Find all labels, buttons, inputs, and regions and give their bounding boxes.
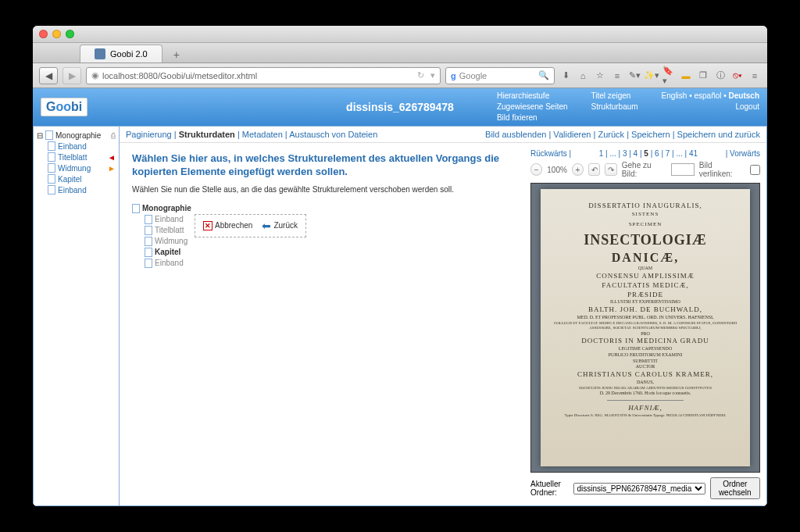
- flag-icon: ►: [108, 164, 116, 173]
- tree-item-selected[interactable]: Kapitel: [132, 247, 191, 258]
- home-icon[interactable]: ⌂: [577, 70, 589, 82]
- tree-item[interactable]: Titelblatt: [132, 225, 191, 236]
- search-input[interactable]: g Google 🔍: [445, 67, 555, 84]
- header-link[interactable]: Bild fixieren: [497, 113, 538, 122]
- tree-item[interactable]: Titelblatt◄: [48, 152, 116, 162]
- page-icon: [145, 226, 152, 235]
- globe-icon: ◉: [91, 70, 99, 80]
- pager-pages[interactable]: 1 | ... | 3 | 4 | 5 | 6 | 7 | ... | 41: [599, 149, 698, 158]
- new-tab-button[interactable]: +: [169, 47, 184, 62]
- google-icon: g: [451, 71, 456, 80]
- page-icon: [145, 237, 152, 246]
- abort-button[interactable]: ✕Abbrechen: [203, 221, 252, 230]
- app-header: Goobi dissinsis_626789478 Hierarchiestuf…: [33, 88, 767, 126]
- page-icon: [48, 163, 55, 173]
- block-icon[interactable]: ⦸▾: [731, 70, 744, 82]
- zoom-in-icon[interactable]: +: [572, 163, 584, 176]
- download-icon[interactable]: ⬇: [559, 70, 572, 82]
- panel-heading: Wählen Sie hier aus, in welches Struktur…: [132, 152, 512, 179]
- tree-item[interactable]: Kapitel: [48, 173, 116, 184]
- zoom-level: 100%: [547, 166, 567, 174]
- action-box: ✕Abbrechen ⬅Zurück: [195, 214, 306, 237]
- header-link[interactable]: Hierarchiestufe: [497, 91, 549, 100]
- rotate-left-icon[interactable]: ↶: [588, 163, 600, 176]
- folder-change-button[interactable]: Ordner wechseln: [710, 477, 761, 499]
- tree-root[interactable]: Monographie: [132, 203, 191, 214]
- page-icon: [145, 259, 152, 268]
- print-icon[interactable]: ⎙: [111, 131, 116, 140]
- action-saveback[interactable]: Speichern und zurück: [677, 130, 760, 139]
- rotate-right-icon[interactable]: ↷: [605, 163, 616, 176]
- x-icon: ✕: [203, 221, 212, 230]
- tab-fileexchange[interactable]: Austausch von Dateien: [289, 130, 377, 139]
- logout-link[interactable]: Logout: [735, 102, 759, 111]
- action-validate[interactable]: Validieren: [553, 130, 591, 139]
- url-input[interactable]: ◉ localhost:8080/Goobi/ui/metseditor.xht…: [86, 67, 441, 84]
- tab-structure[interactable]: Strukturdaten: [179, 130, 235, 139]
- reload-icon[interactable]: ↻: [417, 70, 424, 80]
- page-icon: [48, 185, 55, 195]
- page-icon: [48, 174, 55, 184]
- forward-button[interactable]: ▶: [62, 67, 81, 84]
- folder-select[interactable]: dissinsis_PPN626789478_media: [573, 483, 705, 495]
- link-checkbox[interactable]: [750, 165, 760, 175]
- process-title: dissinsis_626789478: [346, 101, 454, 113]
- goto-input[interactable]: [671, 163, 695, 176]
- pager-forward[interactable]: | Vorwärts: [726, 149, 760, 158]
- logo[interactable]: Goobi: [41, 98, 88, 116]
- menu-icon[interactable]: ≡: [748, 70, 761, 82]
- list-icon[interactable]: ≡: [611, 70, 623, 82]
- browser-tab[interactable]: Goobi 2.0: [80, 45, 162, 62]
- structure-sidebar: ⊟ Monographie ⎙ Einband Titelblatt◄ Widm…: [34, 127, 120, 505]
- folder-label: Aktueller Ordner:: [530, 480, 569, 497]
- header-link[interactable]: Titel zeigen: [591, 91, 631, 100]
- zoom-out-icon[interactable]: −: [530, 163, 542, 176]
- bookmark-icon[interactable]: ☆: [594, 70, 606, 82]
- tree-item[interactable]: Einband: [132, 214, 191, 225]
- back-button[interactable]: ◀: [39, 67, 58, 84]
- document-scan[interactable]: DISSERTATIO INAUGURALIS, SISTENS SPECIME…: [530, 183, 760, 473]
- goto-label: Gehe zu Bild:: [622, 161, 666, 178]
- panel-subtext: Wählen Sie nun die Stelle aus, an die da…: [132, 185, 512, 194]
- action-save[interactable]: Speichern: [631, 130, 670, 139]
- info-icon[interactable]: ⓘ: [714, 70, 727, 82]
- page-icon: [48, 152, 55, 162]
- editor-tabs: Paginierung | Strukturdaten | Metadaten …: [120, 127, 766, 143]
- maximize-window-button[interactable]: [66, 30, 74, 38]
- header-link[interactable]: Strukturbaum: [591, 102, 638, 111]
- close-window-button[interactable]: [39, 30, 48, 38]
- tree-item[interactable]: Einband: [48, 184, 116, 195]
- wand-icon[interactable]: ✨▾: [645, 70, 658, 82]
- tree-item[interactable]: Widmung: [132, 236, 191, 247]
- minus-icon: ⊟: [37, 131, 43, 140]
- tag-icon[interactable]: 🔖▾: [662, 70, 675, 82]
- page-icon: [45, 130, 53, 140]
- tree-item[interactable]: Einband: [48, 141, 116, 152]
- action-hideimage[interactable]: Bild ausblenden: [485, 130, 546, 139]
- brush-icon[interactable]: ✎▾: [628, 70, 641, 82]
- link-label: Bild verlinken:: [699, 161, 745, 178]
- browser-toolbar: ◀ ▶ ◉ localhost:8080/Goobi/ui/metseditor…: [33, 63, 767, 88]
- back-button[interactable]: ⬅Zurück: [262, 220, 298, 232]
- dropdown-icon[interactable]: ▾: [430, 70, 435, 80]
- window-icon[interactable]: ❐: [697, 70, 709, 82]
- image-viewer: Rückwärts | 1 | ... | 3 | 4 | 5 | 6 | 7 …: [524, 143, 766, 505]
- action-back[interactable]: Zurück: [598, 130, 624, 139]
- tab-metadata[interactable]: Metadaten: [242, 130, 283, 139]
- language-switcher[interactable]: English • español • Deutsch: [662, 91, 759, 100]
- target-tree: Monographie Einband Titelblatt Widmung K…: [132, 203, 191, 269]
- tab-pagination[interactable]: Paginierung: [126, 130, 172, 139]
- pager-backward[interactable]: Rückwärts |: [530, 149, 571, 158]
- window-titlebar: [33, 26, 767, 43]
- page-icon: [145, 215, 152, 224]
- minimize-window-button[interactable]: [52, 30, 61, 38]
- tree-item[interactable]: Einband: [132, 258, 191, 269]
- tree-root[interactable]: ⊟ Monographie ⎙: [37, 130, 116, 141]
- header-link[interactable]: Zugewiesene Seiten: [497, 102, 568, 111]
- arrow-left-icon: ⬅: [262, 220, 271, 232]
- favicon-icon: [95, 48, 105, 59]
- folder-icon[interactable]: ▬: [680, 70, 692, 82]
- tree-item[interactable]: Widmung►: [48, 162, 116, 173]
- page-icon: [145, 248, 152, 257]
- page-icon: [132, 204, 140, 213]
